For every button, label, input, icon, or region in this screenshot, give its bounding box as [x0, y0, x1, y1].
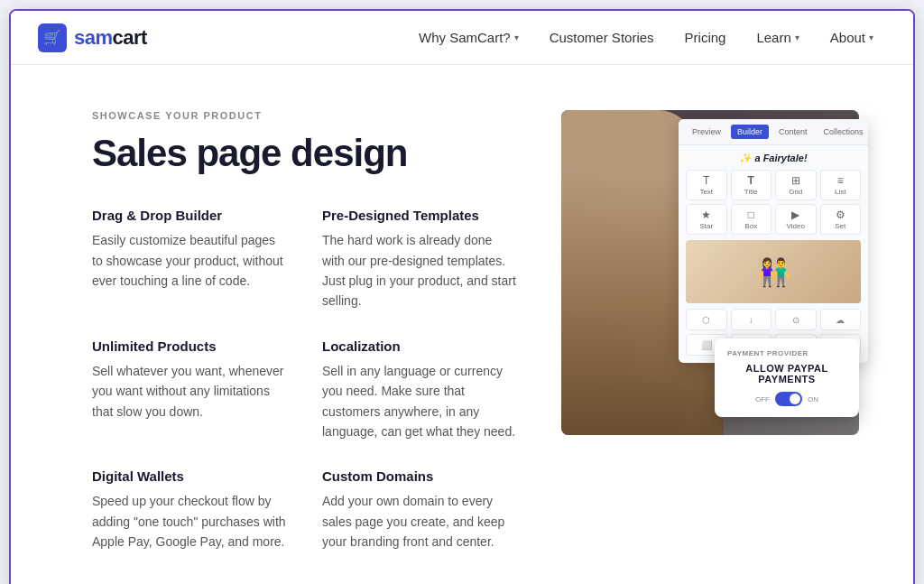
tab-collections[interactable]: Collections: [818, 125, 868, 139]
feature-custom-domains: Custom Domains Add your own domain to ev…: [322, 468, 516, 552]
ui-panel-body: ✨ a Fairytale! TText TTitle ⊞Grid ≡List …: [679, 145, 868, 363]
showcase-label: SHOWCASE YOUR PRODUCT: [92, 110, 516, 121]
navbar: 🛒 samcart Why SamCart? ▾ Customer Storie…: [11, 11, 913, 65]
icon-video[interactable]: ▶Video: [775, 204, 817, 235]
tab-builder[interactable]: Builder: [731, 125, 769, 139]
icon-title[interactable]: TTitle: [731, 170, 772, 200]
payment-toggle[interactable]: [775, 392, 802, 406]
fairytale-title: ✨ a Fairytale!: [686, 153, 861, 164]
payment-panel: Payment Provider ALLOW PAYPAL PAYMENTS O…: [715, 338, 859, 417]
icon-small-2[interactable]: ↓: [731, 309, 772, 330]
icon-small-4[interactable]: ☁: [820, 309, 862, 330]
feature-drag-drop: Drag & Drop Builder Easily customize bea…: [92, 208, 286, 311]
icon-text[interactable]: TText: [686, 170, 727, 200]
main-content: SHOWCASE YOUR PRODUCT Sales page design …: [11, 65, 913, 584]
icon-settings[interactable]: ⚙Set: [820, 204, 862, 235]
payment-provider-label: Payment Provider: [727, 349, 846, 357]
toggle-on-label: ON: [808, 395, 818, 403]
feature-title-unlimited: Unlimited Products: [92, 338, 286, 354]
toggle-knob: [790, 394, 800, 404]
feature-title-localization: Localization: [322, 338, 516, 354]
nav-label-why-samcart: Why SamCart?: [419, 30, 511, 45]
nav-label-learn: Learn: [756, 30, 790, 45]
page-wrapper: 🛒 samcart Why SamCart? ▾ Customer Storie…: [9, 9, 915, 584]
feature-pre-designed: Pre-Designed Templates The hard work is …: [322, 208, 516, 311]
tab-content[interactable]: Content: [772, 125, 814, 139]
mockup-container: Preview Builder Content Collections Sett…: [552, 110, 859, 453]
feature-unlimited: Unlimited Products Sell whatever you wan…: [92, 338, 286, 442]
nav-label-about: About: [830, 30, 865, 45]
feature-desc-localization: Sell in any language or currency you nee…: [322, 361, 516, 442]
payment-toggle-row: OFF ON: [727, 392, 846, 406]
ui-panel-header: Preview Builder Content Collections Sett…: [679, 119, 868, 145]
tab-preview[interactable]: Preview: [686, 125, 727, 139]
nav-item-about[interactable]: About ▾: [818, 23, 886, 52]
couple-image: [686, 240, 861, 303]
chevron-down-icon-about: ▾: [869, 32, 873, 42]
feature-title-drag-drop: Drag & Drop Builder: [92, 208, 286, 223]
right-column: Preview Builder Content Collections Sett…: [552, 110, 859, 453]
logo-icon: 🛒: [38, 23, 67, 52]
chevron-down-icon: ▾: [514, 32, 519, 42]
toggle-off-label: OFF: [755, 395, 770, 403]
nav-label-customer-stories: Customer Stories: [550, 30, 654, 45]
page-title: Sales page design: [92, 132, 516, 175]
feature-desc-custom-domains: Add your own domain to every sales page …: [322, 491, 516, 552]
nav-label-pricing: Pricing: [685, 30, 726, 45]
left-column: SHOWCASE YOUR PRODUCT Sales page design …: [92, 110, 516, 552]
icon-small-3[interactable]: ⊙: [775, 309, 817, 330]
ui-icons-grid: TText TTitle ⊞Grid ≡List ★Star □Box ▶Vid…: [686, 170, 861, 235]
chevron-down-icon-learn: ▾: [795, 32, 799, 42]
payment-title: ALLOW PAYPAL PAYMENTS: [727, 363, 846, 385]
feature-localization: Localization Sell in any language or cur…: [322, 338, 516, 442]
feature-digital-wallets: Digital Wallets Speed up your checkout f…: [92, 468, 286, 552]
icon-box[interactable]: □Box: [731, 204, 772, 235]
icon-star[interactable]: ★Star: [686, 204, 727, 235]
nav-items: Why SamCart? ▾ Customer Stories Pricing …: [406, 23, 886, 52]
feature-title-pre-designed: Pre-Designed Templates: [322, 208, 516, 223]
feature-desc-pre-designed: The hard work is already done with our p…: [322, 230, 516, 311]
logo-text: samcart: [74, 26, 147, 50]
nav-item-why-samcart[interactable]: Why SamCart? ▾: [406, 23, 531, 52]
feature-desc-digital-wallets: Speed up your checkout flow by adding "o…: [92, 491, 286, 552]
nav-item-learn[interactable]: Learn ▾: [744, 23, 811, 52]
feature-desc-unlimited: Sell whatever you want, whenever you wan…: [92, 361, 286, 422]
features-grid: Drag & Drop Builder Easily customize bea…: [92, 208, 516, 552]
nav-item-pricing[interactable]: Pricing: [672, 23, 739, 52]
logo-area: 🛒 samcart: [38, 23, 147, 52]
icon-grid[interactable]: ⊞Grid: [775, 170, 817, 200]
nav-item-customer-stories[interactable]: Customer Stories: [537, 23, 667, 52]
icon-list[interactable]: ≡List: [820, 170, 862, 200]
feature-title-custom-domains: Custom Domains: [322, 468, 516, 484]
feature-title-digital-wallets: Digital Wallets: [92, 468, 286, 484]
feature-desc-drag-drop: Easily customize beautiful pages to show…: [92, 230, 286, 291]
icon-small-1[interactable]: ⬡: [686, 309, 727, 330]
ui-panel: Preview Builder Content Collections Sett…: [679, 119, 868, 363]
